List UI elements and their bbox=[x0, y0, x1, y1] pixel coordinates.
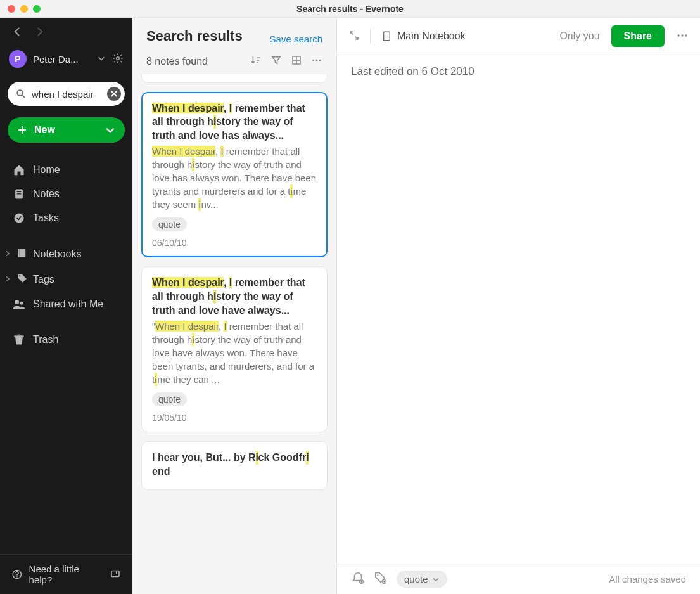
note-date: 19/05/10 bbox=[152, 413, 317, 423]
note-card[interactable]: - Ieyasu T...quote08/10/12 bbox=[141, 74, 328, 83]
save-status: All changes saved bbox=[609, 574, 686, 584]
notebook-icon bbox=[16, 247, 28, 261]
svg-point-1 bbox=[17, 90, 23, 96]
svg-point-15 bbox=[20, 302, 23, 305]
add-reminder-button[interactable] bbox=[351, 571, 365, 587]
new-button[interactable]: New bbox=[8, 117, 125, 143]
svg-point-35 bbox=[377, 574, 378, 576]
svg-rect-17 bbox=[18, 335, 21, 336]
chevron-right-icon bbox=[4, 274, 11, 285]
add-tag-button[interactable] bbox=[374, 571, 388, 587]
tag-label: quote bbox=[404, 574, 428, 584]
save-search-button[interactable]: Save search bbox=[270, 34, 322, 44]
nav-label: Notebooks bbox=[33, 249, 82, 260]
profile-name: Peter Da... bbox=[33, 54, 91, 65]
clear-search-button[interactable] bbox=[107, 87, 121, 101]
settings-button[interactable] bbox=[112, 53, 124, 66]
sort-button[interactable] bbox=[250, 55, 262, 68]
nav-trash[interactable]: Trash bbox=[0, 328, 132, 352]
filter-button[interactable] bbox=[270, 55, 282, 68]
tag-chip: quote bbox=[152, 217, 187, 231]
help-label: Need a little help? bbox=[29, 564, 103, 585]
nav-label: Home bbox=[33, 164, 60, 176]
back-button[interactable] bbox=[13, 27, 23, 39]
nav-label: Trash bbox=[33, 334, 58, 345]
svg-point-31 bbox=[685, 34, 687, 36]
nav-notes[interactable]: Notes bbox=[0, 182, 132, 206]
home-icon bbox=[13, 164, 25, 176]
forward-button[interactable] bbox=[34, 27, 44, 39]
note-icon bbox=[13, 188, 25, 200]
chevron-down-icon bbox=[97, 54, 106, 65]
note-body[interactable] bbox=[337, 88, 700, 564]
svg-point-30 bbox=[681, 34, 683, 36]
nav-label: Tags bbox=[33, 274, 54, 285]
tasks-icon bbox=[13, 212, 25, 224]
nav-tags[interactable]: Tags bbox=[0, 267, 132, 292]
svg-rect-8 bbox=[17, 191, 22, 192]
note-list[interactable]: - Ieyasu T...quote08/10/12When I despair… bbox=[132, 74, 336, 594]
svg-point-13 bbox=[19, 275, 20, 276]
people-icon bbox=[13, 298, 25, 311]
titlebar: Search results - Evernote bbox=[0, 0, 700, 18]
note-card[interactable]: When I despair, I remember that all thro… bbox=[141, 266, 328, 432]
note-date: 06/10/10 bbox=[152, 238, 317, 248]
list-title: Search results bbox=[146, 28, 243, 44]
sidebar: P Peter Da... New Home bbox=[0, 18, 132, 594]
window-title: Search results - Evernote bbox=[0, 4, 700, 14]
nav-shared[interactable]: Shared with Me bbox=[0, 292, 132, 316]
last-edited-label: Last edited on 6 Oct 2010 bbox=[337, 55, 700, 88]
svg-rect-12 bbox=[18, 249, 20, 257]
expand-icon bbox=[110, 568, 121, 581]
help-icon bbox=[11, 569, 23, 580]
plus-icon bbox=[16, 124, 28, 136]
nav-home[interactable]: Home bbox=[0, 158, 132, 182]
share-button[interactable]: Share bbox=[611, 25, 665, 47]
notes-found-label: 8 notes found bbox=[146, 56, 208, 67]
note-tag-chip[interactable]: quote bbox=[397, 571, 447, 588]
search-icon bbox=[15, 88, 27, 100]
note-list-panel: Search results Save search 8 notes found… bbox=[132, 18, 337, 594]
svg-point-29 bbox=[678, 34, 680, 36]
note-more-button[interactable] bbox=[676, 29, 689, 44]
svg-point-24 bbox=[312, 60, 314, 61]
svg-point-26 bbox=[319, 60, 321, 61]
trash-icon bbox=[13, 333, 25, 346]
notebook-name: Main Notebook bbox=[397, 30, 466, 42]
note-card[interactable]: When I despair, I remember that all thro… bbox=[141, 92, 328, 258]
more-button[interactable] bbox=[311, 55, 322, 68]
note-content-panel: Main Notebook Only you Share Last edited… bbox=[337, 18, 700, 594]
svg-line-2 bbox=[22, 95, 25, 98]
nav-notebooks[interactable]: Notebooks bbox=[0, 242, 132, 267]
expand-button[interactable] bbox=[348, 30, 360, 43]
help-button[interactable]: Need a little help? bbox=[0, 554, 132, 594]
tag-icon bbox=[16, 273, 28, 287]
svg-rect-16 bbox=[15, 335, 24, 337]
svg-rect-9 bbox=[17, 193, 22, 194]
svg-point-25 bbox=[316, 60, 318, 61]
note-card[interactable]: I hear you, But... by Rick Goodfriend bbox=[141, 441, 328, 490]
new-button-label: New bbox=[34, 124, 55, 136]
window-minimize[interactable] bbox=[20, 5, 28, 13]
svg-point-10 bbox=[15, 214, 24, 223]
nav-label: Tasks bbox=[33, 212, 59, 224]
nav-label: Notes bbox=[33, 188, 60, 200]
note-snippet: When I despair, I remember that all thro… bbox=[152, 145, 317, 211]
note-snippet: “When I despair, I remember that all thr… bbox=[152, 320, 317, 386]
svg-rect-27 bbox=[384, 32, 390, 41]
search-input[interactable] bbox=[32, 89, 102, 100]
nav-tasks[interactable]: Tasks bbox=[0, 206, 132, 230]
profile-row[interactable]: P Peter Da... bbox=[0, 45, 132, 77]
chevron-down-icon bbox=[432, 576, 440, 583]
avatar: P bbox=[9, 50, 27, 68]
nav-label: Shared with Me bbox=[33, 299, 103, 310]
window-maximize[interactable] bbox=[33, 5, 41, 13]
chevron-right-icon bbox=[4, 249, 11, 260]
view-toggle-button[interactable] bbox=[291, 55, 302, 68]
chevron-down-icon bbox=[105, 124, 116, 136]
sharing-status[interactable]: Only you bbox=[559, 30, 599, 42]
window-close[interactable] bbox=[8, 5, 15, 13]
svg-point-19 bbox=[16, 576, 17, 577]
search-field[interactable] bbox=[8, 82, 125, 106]
notebook-selector[interactable]: Main Notebook bbox=[381, 30, 466, 42]
